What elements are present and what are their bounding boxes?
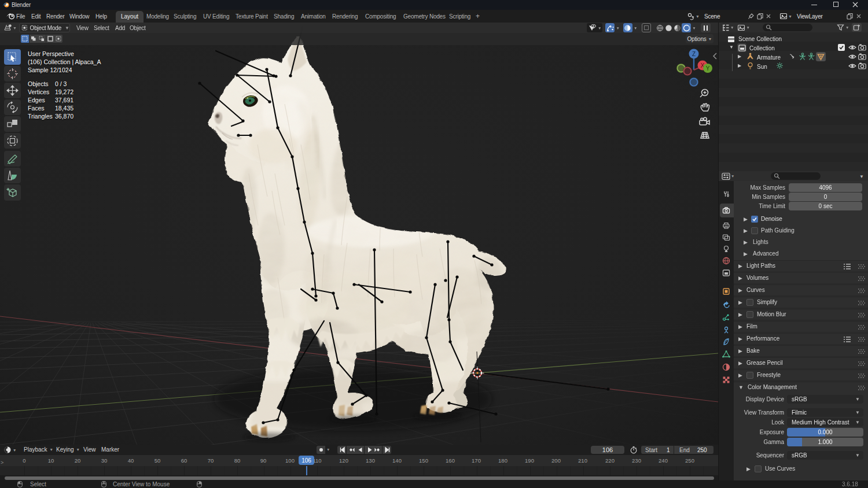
svg-text:Z: Z — [692, 51, 696, 57]
svg-text:Y: Y — [706, 65, 710, 72]
